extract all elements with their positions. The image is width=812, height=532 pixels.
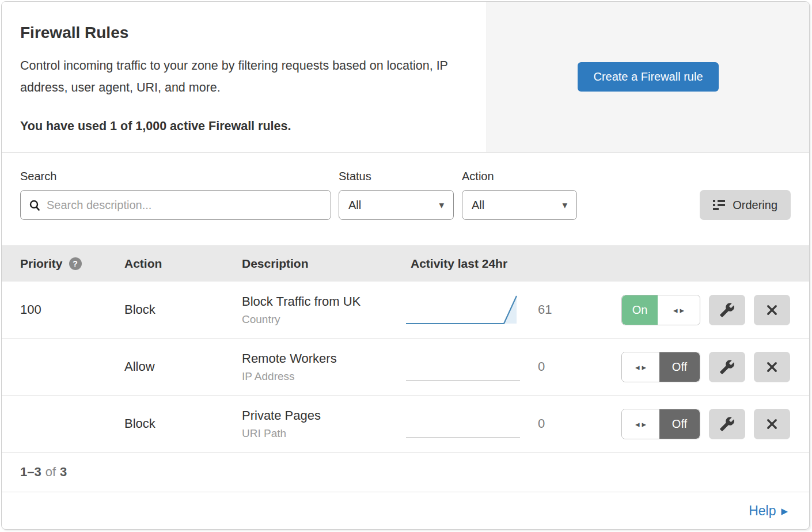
toggle-drag-handle[interactable]: ◂ ▸: [622, 409, 659, 439]
rule-action: Block: [124, 416, 242, 431]
status-select[interactable]: All ▾: [339, 190, 454, 220]
status-selected-value: All: [348, 199, 361, 212]
close-icon: [765, 417, 779, 431]
status-filter-group: Status All ▾: [339, 170, 454, 220]
column-action: Action: [124, 257, 242, 271]
wrench-icon: [719, 302, 735, 318]
toggle-state-label: Off: [659, 352, 700, 382]
ordering-button[interactable]: Ordering: [700, 190, 791, 220]
list-ordering-icon: [713, 200, 725, 210]
firewall-rules-panel: Firewall Rules Control incoming traffic …: [1, 1, 810, 530]
rule-description-title: Remote Workers: [242, 351, 405, 366]
arrow-right-icon: ▶: [781, 507, 788, 515]
action-selected-value: All: [472, 199, 484, 212]
help-link-label: Help: [749, 503, 776, 519]
toggle-state-label: Off: [659, 409, 700, 439]
rule-match-type: IP Address: [242, 370, 405, 383]
toggle-drag-handle[interactable]: ◂ ▸: [658, 295, 700, 325]
status-label: Status: [339, 170, 454, 183]
header-action-panel: Create a Firewall rule: [487, 2, 809, 152]
row-controls: On ◂ ▸: [621, 295, 790, 325]
delete-rule-button[interactable]: [754, 409, 790, 439]
edit-rule-button[interactable]: [709, 409, 745, 439]
arrow-right-icon: ▸: [680, 306, 685, 314]
edit-rule-button[interactable]: [709, 352, 745, 382]
search-icon: [29, 199, 41, 211]
rule-description: Block Traffic from UK Country: [242, 294, 405, 326]
activity-count: 0: [538, 416, 578, 431]
row-controls: ◂ ▸ Off: [621, 409, 790, 439]
row-controls: ◂ ▸ Off: [621, 352, 790, 382]
rule-enabled-toggle[interactable]: On ◂ ▸: [621, 295, 700, 325]
delete-rule-button[interactable]: [754, 352, 790, 382]
activity-sparkline: [405, 293, 523, 329]
rule-action: Block: [124, 302, 242, 317]
rule-priority: 100: [20, 302, 124, 317]
help-link[interactable]: Help ▶: [749, 503, 788, 519]
priority-help-icon[interactable]: ?: [69, 257, 82, 270]
activity-sparkline: [405, 407, 523, 443]
wrench-icon: [719, 359, 735, 375]
activity-count: 0: [538, 359, 578, 374]
arrow-left-icon: ◂: [635, 363, 640, 371]
pagination-range: 1–3: [20, 465, 41, 480]
arrow-right-icon: ▸: [642, 363, 647, 371]
activity-count: 61: [538, 302, 578, 317]
search-box[interactable]: [20, 190, 331, 220]
toggle-drag-handle[interactable]: ◂ ▸: [622, 352, 659, 382]
ordering-button-label: Ordering: [733, 199, 777, 212]
table-row: 100 Block Block Traffic from UK Country …: [2, 282, 809, 339]
toggle-state-label: On: [622, 295, 658, 325]
page-description: Control incoming traffic to your zone by…: [20, 55, 464, 98]
filter-bar: Search Status All ▾ Action All ▾: [2, 153, 809, 245]
header-section: Firewall Rules Control incoming traffic …: [2, 2, 809, 153]
search-group: Search: [20, 170, 331, 220]
rule-description: Private Pages URI Path: [242, 408, 405, 440]
header-text-block: Firewall Rules Control incoming traffic …: [2, 2, 487, 152]
column-priority-label: Priority: [20, 257, 63, 271]
action-filter-group: Action All ▾: [462, 170, 577, 220]
rule-description: Remote Workers IP Address: [242, 351, 405, 383]
rule-match-type: Country: [242, 313, 405, 326]
pagination-of-text: of: [45, 465, 56, 480]
activity-sparkline: [405, 350, 523, 386]
column-activity: Activity last 24hr: [405, 257, 507, 271]
rule-match-type: URI Path: [242, 427, 405, 440]
rule-action: Allow: [124, 359, 242, 374]
table-header: Priority ? Action Description Activity l…: [2, 245, 809, 282]
usage-note: You have used 1 of 1,000 active Firewall…: [20, 119, 468, 134]
page-title: Firewall Rules: [20, 24, 468, 42]
create-firewall-rule-button[interactable]: Create a Firewall rule: [578, 62, 718, 92]
chevron-down-icon: ▾: [439, 199, 444, 211]
chevron-down-icon: ▾: [562, 199, 567, 211]
search-label: Search: [20, 170, 331, 183]
rule-description-title: Private Pages: [242, 408, 405, 423]
column-priority: Priority ?: [20, 257, 124, 271]
delete-rule-button[interactable]: [754, 295, 790, 325]
close-icon: [765, 360, 779, 374]
pagination-bar: 1–3 of 3: [2, 453, 809, 492]
wrench-icon: [719, 416, 735, 432]
edit-rule-button[interactable]: [709, 295, 745, 325]
arrow-left-icon: ◂: [673, 306, 678, 314]
arrow-left-icon: ◂: [635, 420, 640, 428]
rule-description-title: Block Traffic from UK: [242, 294, 405, 309]
close-icon: [765, 303, 779, 317]
footer-bar: Help ▶: [2, 492, 809, 529]
table-row: Allow Remote Workers IP Address 0 ◂ ▸ Of…: [2, 339, 809, 396]
action-label: Action: [462, 170, 577, 183]
pagination-total: 3: [60, 465, 67, 480]
action-select[interactable]: All ▾: [462, 190, 577, 220]
arrow-right-icon: ▸: [642, 420, 647, 428]
rule-enabled-toggle[interactable]: ◂ ▸ Off: [621, 409, 700, 439]
rule-enabled-toggle[interactable]: ◂ ▸ Off: [621, 352, 700, 382]
table-row: Block Private Pages URI Path 0 ◂ ▸ Off: [2, 396, 809, 453]
column-description: Description: [242, 257, 405, 271]
search-input[interactable]: [47, 199, 322, 212]
